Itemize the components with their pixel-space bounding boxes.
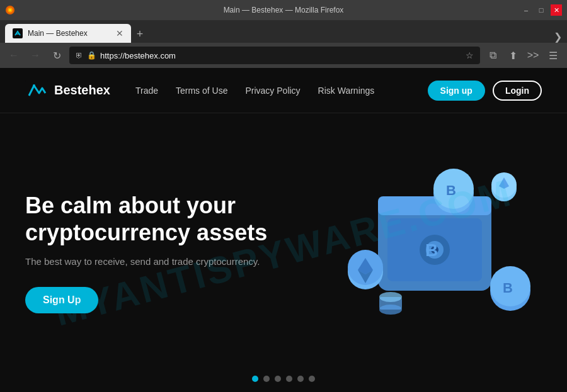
tab-favicon — [13, 28, 23, 38]
signup-button[interactable]: Sign up — [428, 81, 485, 101]
new-tab-button[interactable]: + — [131, 25, 149, 43]
nav-icons-right: ⧉ ⬆ >> ☰ — [484, 47, 562, 64]
menu-button[interactable]: ☰ — [544, 47, 562, 64]
window-title: Main — Bestehex — Mozilla Firefox — [224, 6, 344, 14]
pagination-dot-3[interactable] — [275, 376, 281, 382]
pagination — [252, 376, 315, 382]
shield-icon: ⛨ — [76, 51, 83, 60]
pagination-dot-1[interactable] — [252, 376, 258, 382]
nav-terms[interactable]: Terms of Use — [176, 86, 227, 96]
maximize-button[interactable]: □ — [536, 4, 547, 16]
star-icon[interactable]: ☆ — [466, 50, 474, 60]
firefox-icon — [5, 5, 15, 15]
hero-subtitle: The best way to receive, send and trade … — [25, 256, 277, 267]
hero-signup-button[interactable]: Sign Up — [25, 287, 98, 313]
logo-icon — [25, 79, 48, 102]
container-icon[interactable]: ⧉ — [484, 47, 501, 64]
nav-trade[interactable]: Trade — [135, 86, 158, 96]
site-header: Bestehex Trade Terms of Use Privacy Poli… — [0, 68, 567, 113]
address-bar[interactable]: ⛨ 🔒 https://bestehex.com ☆ — [69, 47, 480, 64]
svg-point-5 — [33, 84, 35, 87]
tab-title: Main — Bestehex — [28, 29, 111, 38]
more-tools-icon[interactable]: >> — [524, 47, 542, 64]
login-button[interactable]: Login — [493, 81, 542, 101]
svg-point-2 — [9, 9, 11, 11]
pagination-dot-2[interactable] — [263, 376, 270, 382]
title-bar: Main — Bestehex — Mozilla Firefox – □ ✕ — [0, 0, 567, 20]
back-button[interactable]: ← — [5, 47, 23, 64]
tab-bar: Main — Bestehex ✕ + ❯ — [0, 20, 567, 43]
nav-privacy[interactable]: Privacy Policy — [245, 86, 300, 96]
svg-text:B: B — [425, 240, 438, 260]
lock-icon: 🔒 — [87, 51, 96, 60]
pagination-dot-4[interactable] — [286, 376, 292, 382]
nav-risk[interactable]: Risk Warnings — [318, 86, 375, 96]
website-content: Bestehex Trade Terms of Use Privacy Poli… — [0, 68, 567, 392]
hero-content: Be calm about your cryptocurrency assets… — [25, 192, 302, 313]
minimize-button[interactable]: – — [520, 4, 532, 16]
hero-section: MYANTISPYWARE.COM Be calm about your cry… — [0, 113, 567, 392]
active-tab[interactable]: Main — Bestehex ✕ — [5, 24, 131, 43]
browser-window: Main — Bestehex — Mozilla Firefox – □ ✕ … — [0, 0, 567, 392]
crypto-illustration: B B B — [302, 146, 542, 360]
reload-button[interactable]: ↻ — [48, 47, 66, 64]
window-controls: – □ ✕ — [520, 4, 562, 16]
forward-button[interactable]: → — [26, 47, 44, 64]
svg-text:B: B — [503, 280, 513, 296]
pagination-dot-5[interactable] — [297, 376, 304, 382]
svg-point-28 — [379, 292, 402, 302]
tab-close-button[interactable]: ✕ — [116, 28, 123, 38]
svg-text:B: B — [446, 182, 456, 198]
share-icon[interactable]: ⬆ — [504, 47, 522, 64]
svg-rect-3 — [13, 28, 23, 38]
logo-text: Bestehex — [54, 83, 110, 98]
close-button[interactable]: ✕ — [551, 4, 562, 16]
hero-image: B B B — [302, 146, 542, 360]
pagination-dot-6[interactable] — [309, 376, 315, 382]
url-text: https://bestehex.com — [100, 51, 462, 60]
logo-area[interactable]: Bestehex — [25, 79, 110, 102]
tab-bar-chevron[interactable]: ❯ — [554, 31, 562, 43]
header-actions: Sign up Login — [428, 81, 542, 101]
nav-bar: ← → ↻ ⛨ 🔒 https://bestehex.com ☆ ⧉ ⬆ >> … — [0, 43, 567, 68]
hero-title: Be calm about your cryptocurrency assets — [25, 192, 302, 246]
site-nav: Trade Terms of Use Privacy Policy Risk W… — [135, 86, 403, 96]
